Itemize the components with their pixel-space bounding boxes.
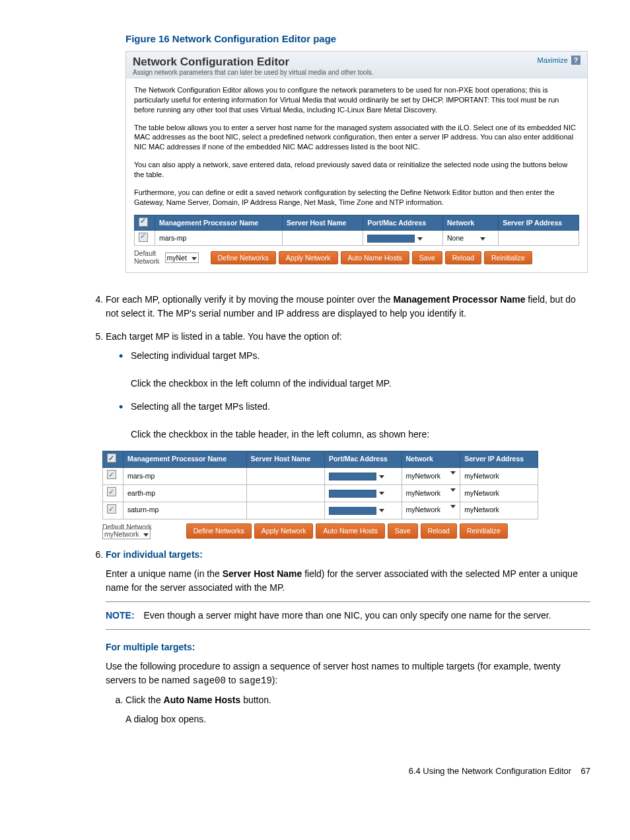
button-row-2: Default Network myNetwork Define Network… bbox=[102, 523, 538, 539]
col-mpname: Management Processor Name bbox=[123, 451, 247, 468]
button-row: Default Network myNet Define Networks Ap… bbox=[134, 250, 579, 265]
cell-portmac[interactable] bbox=[324, 502, 402, 519]
cell-portmac[interactable] bbox=[324, 468, 402, 485]
col-network: Network bbox=[402, 451, 460, 468]
bullet-all: Selecting all the target MPs listed. Cli… bbox=[119, 400, 590, 441]
apply-network-button[interactable]: Apply Network bbox=[254, 523, 314, 539]
cell-serverip: myNetwork bbox=[460, 468, 538, 485]
editor-subtitle: Assign network parameters that can later… bbox=[133, 69, 580, 76]
step-6: For individual targets: Enter a unique n… bbox=[106, 548, 590, 726]
page-footer: 6.4 Using the Network Configuration Edit… bbox=[40, 766, 590, 776]
auto-name-hosts-button[interactable]: Auto Name Hosts bbox=[316, 523, 384, 539]
intro-para-3: You can also apply a network, save enter… bbox=[134, 160, 579, 180]
save-button[interactable]: Save bbox=[412, 251, 442, 264]
col-serverip: Server IP Address bbox=[499, 215, 579, 231]
reload-button[interactable]: Reload bbox=[445, 251, 481, 264]
help-icon[interactable]: ? bbox=[571, 56, 580, 65]
individual-targets-heading: For individual targets: bbox=[106, 548, 590, 562]
note-label: NOTE: bbox=[106, 610, 135, 621]
step-4: For each MP, optionally verify it by mov… bbox=[106, 293, 590, 321]
screenshot-table-selectall: Management Processor Name Server Host Na… bbox=[102, 451, 538, 539]
substep-a: Click the Auto Name Hosts button. A dial… bbox=[125, 693, 590, 726]
maximize-link[interactable]: Maximize ? bbox=[537, 56, 580, 65]
table-row: earth-mp myNetwork myNetwork bbox=[103, 485, 538, 502]
cell-serverip: myNetwork bbox=[460, 502, 538, 519]
reinitialize-button[interactable]: Reinitialize bbox=[484, 251, 532, 264]
col-mpname: Management Processor Name bbox=[155, 215, 283, 231]
table-row: saturn-mp myNetwork myNetwork bbox=[103, 502, 538, 519]
reload-button[interactable]: Reload bbox=[421, 523, 457, 539]
cell-portmac[interactable] bbox=[363, 231, 443, 246]
cell-mpname: earth-mp bbox=[123, 485, 247, 502]
mp-table: Management Processor Name Server Host Na… bbox=[134, 215, 579, 246]
cell-serverip: myNetwork bbox=[460, 485, 538, 502]
cell-mpname: mars-mp bbox=[123, 468, 247, 485]
default-network-select[interactable]: myNet bbox=[165, 252, 199, 263]
bullet-individual: Selecting individual target MPs. Click t… bbox=[119, 349, 590, 391]
cell-hostname[interactable] bbox=[246, 502, 324, 519]
col-serverip: Server IP Address bbox=[460, 451, 538, 468]
editor-title: Network Configuration Editor bbox=[133, 56, 580, 69]
default-network-select[interactable]: myNetwork bbox=[102, 529, 151, 539]
auto-name-hosts-button[interactable]: Auto Name Hosts bbox=[341, 251, 409, 264]
intro-para-2: The table below allows you to enter a se… bbox=[134, 123, 579, 153]
screenshot-nce-editor: Network Configuration Editor Assign netw… bbox=[125, 51, 588, 273]
intro-para-4: Furthermore, you can define or edit a sa… bbox=[134, 188, 579, 208]
select-all-checkbox[interactable] bbox=[139, 217, 148, 227]
cell-network[interactable]: myNetwork bbox=[402, 502, 460, 519]
cell-hostname[interactable] bbox=[246, 485, 324, 502]
editor-header: Network Configuration Editor Assign netw… bbox=[126, 52, 587, 79]
default-network-label: Default Network bbox=[134, 250, 160, 265]
cell-mpname: mars-mp bbox=[155, 231, 283, 246]
apply-network-button[interactable]: Apply Network bbox=[279, 251, 338, 264]
default-network-label: Default Network myNetwork bbox=[102, 523, 152, 539]
cell-network[interactable]: None bbox=[443, 231, 499, 246]
select-all-checkbox[interactable] bbox=[107, 453, 116, 463]
intro-para-1: The Network Configuration Editor allows … bbox=[134, 85, 579, 115]
table-row: mars-mp None bbox=[135, 231, 579, 246]
row-checkbox[interactable] bbox=[107, 504, 116, 514]
figure-caption: Figure 16 Network Configuration Editor p… bbox=[125, 33, 590, 44]
reinitialize-button[interactable]: Reinitialize bbox=[460, 523, 508, 539]
cell-hostname[interactable] bbox=[246, 468, 324, 485]
cell-mpname: saturn-mp bbox=[123, 502, 247, 519]
col-portmac: Port/Mac Address bbox=[324, 451, 402, 468]
mp-table-2: Management Processor Name Server Host Na… bbox=[102, 451, 538, 519]
row-checkbox[interactable] bbox=[107, 487, 116, 496]
cell-portmac[interactable] bbox=[324, 485, 402, 502]
col-hostname: Server Host Name bbox=[246, 451, 324, 468]
note-box: NOTE: Even though a server might have mo… bbox=[106, 601, 590, 630]
col-portmac: Port/Mac Address bbox=[363, 215, 443, 231]
step-5: Each target MP is listed in a table. You… bbox=[106, 330, 590, 539]
define-networks-button[interactable]: Define Networks bbox=[186, 523, 252, 539]
col-hostname: Server Host Name bbox=[282, 215, 363, 231]
cell-hostname[interactable] bbox=[282, 231, 363, 246]
col-network: Network bbox=[443, 215, 499, 231]
row-checkbox[interactable] bbox=[107, 470, 116, 479]
table-row: mars-mp myNetwork myNetwork bbox=[103, 468, 538, 485]
cell-network[interactable]: myNetwork bbox=[402, 485, 460, 502]
row-checkbox[interactable] bbox=[139, 233, 148, 242]
cell-serverip[interactable] bbox=[499, 231, 579, 246]
save-button[interactable]: Save bbox=[388, 523, 418, 539]
multiple-targets-heading: For multiple targets: bbox=[106, 640, 590, 654]
cell-network[interactable]: myNetwork bbox=[402, 468, 460, 485]
define-networks-button[interactable]: Define Networks bbox=[211, 251, 276, 264]
